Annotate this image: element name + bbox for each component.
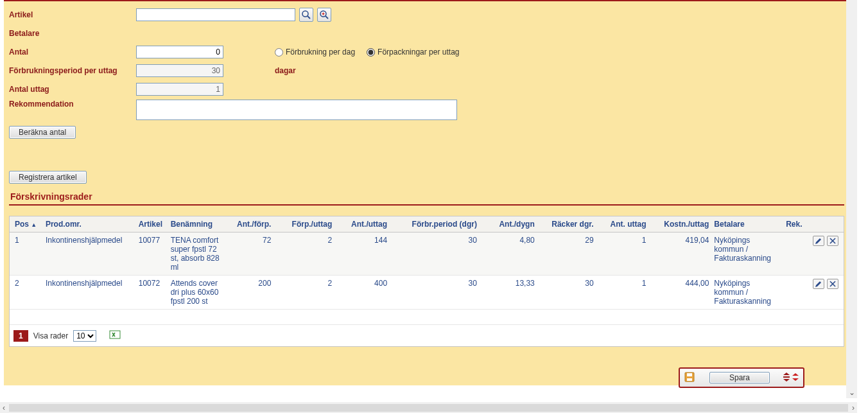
col-header-antuttag[interactable]: Ant./uttag — [334, 220, 390, 229]
col-header-rackerdgr[interactable]: Räcker dgr. — [537, 220, 596, 229]
table-row[interactable]: 2 Inkontinenshjälpmedel 10072 Attends co… — [10, 276, 844, 310]
scroll-h-track[interactable] — [9, 404, 848, 412]
expand-icon[interactable] — [792, 373, 799, 383]
radio-forbrukning-label: Förbrukning per dag — [286, 48, 355, 57]
col-header-pos[interactable]: Pos ▲ — [12, 220, 43, 229]
save-icon — [684, 371, 695, 385]
col-header-antforp[interactable]: Ant./förp. — [225, 220, 273, 229]
rekommendation-label: Rekommendation — [9, 100, 136, 109]
cell-antforp: 72 — [225, 236, 273, 272]
cell-antuttag2: 1 — [596, 236, 649, 272]
cell-kostnuttag: 419,04 — [648, 236, 711, 272]
collapse-icon[interactable] — [783, 373, 790, 383]
forbrukningsperiod-input — [136, 64, 223, 77]
cell-pos: 2 — [12, 279, 43, 306]
artikel-label: Artikel — [9, 10, 136, 19]
col-header-antuttag2[interactable]: Ant. uttag — [596, 220, 649, 229]
svg-line-1 — [308, 16, 310, 19]
cell-prodomr: Inkontinenshjälpmedel — [43, 236, 136, 272]
svg-rect-13 — [687, 378, 692, 381]
cell-kostnuttag: 444,00 — [648, 279, 711, 306]
visa-rader-select[interactable]: 10 — [73, 330, 96, 342]
betalare-label: Betalare — [9, 29, 136, 38]
horizontal-scrollbar[interactable]: ‹ › — [0, 402, 857, 413]
delete-row-icon[interactable] — [827, 236, 838, 246]
artikel-input[interactable] — [136, 8, 295, 21]
cell-betalare: Nyköpings kommun / Fakturaskanning — [711, 279, 783, 306]
edit-row-icon[interactable] — [813, 236, 824, 246]
cell-artikel: 10077 — [136, 236, 168, 272]
cell-antuttag2: 1 — [596, 279, 649, 306]
scroll-down-icon[interactable]: ⌄ — [849, 387, 855, 398]
cell-forputtag: 2 — [273, 279, 334, 306]
radio-forbrukning-per-dag[interactable]: Förbrukning per dag — [275, 48, 355, 57]
col-header-forputtag[interactable]: Förp./uttag — [273, 220, 334, 229]
cell-forputtag: 2 — [273, 236, 334, 272]
cell-prodomr: Inkontinenshjälpmedel — [43, 279, 136, 306]
forskrivningsrader-grid: Pos ▲ Prod.omr. Artikel Benämning Ant./f… — [9, 216, 844, 347]
svg-point-0 — [302, 11, 308, 17]
search-icon[interactable] — [299, 8, 313, 22]
scroll-left-icon[interactable]: ‹ — [0, 403, 8, 412]
dagar-label: dagar — [275, 66, 296, 75]
col-header-rek[interactable]: Rek. — [783, 220, 810, 229]
table-row[interactable]: 1 Inkontinenshjälpmedel 10077 TENA comfo… — [10, 233, 844, 276]
section-title-forskrivningsrader: Förskrivningsrader — [9, 188, 844, 206]
spara-button[interactable]: Spara — [709, 372, 770, 383]
pager: 1 Visa rader 10 — [10, 325, 844, 346]
svg-rect-10 — [110, 331, 120, 338]
cell-pos: 1 — [12, 236, 43, 272]
forbrukningsperiod-label: Förbrukningsperiod per uttag — [9, 66, 136, 75]
excel-export-icon[interactable] — [109, 329, 121, 342]
svg-line-3 — [326, 16, 328, 19]
search-plus-icon[interactable] — [317, 8, 331, 22]
antal-label: Antal — [9, 48, 136, 57]
col-header-antdygn[interactable]: Ant./dygn — [480, 220, 537, 229]
berakna-antal-button[interactable]: Beräkna antal — [9, 126, 76, 139]
scroll-right-icon[interactable]: › — [849, 403, 857, 412]
cell-betalare: Nyköpings kommun / Fakturaskanning — [711, 236, 783, 272]
cell-artikel: 10072 — [136, 279, 168, 306]
page-number[interactable]: 1 — [13, 330, 28, 342]
cell-benamning: Attends cover dri plus 60x60 fpstl 200 s… — [168, 279, 226, 306]
visa-rader-label: Visa rader — [33, 331, 68, 340]
col-header-benamning[interactable]: Benämning — [168, 220, 226, 229]
cell-antuttag: 144 — [334, 236, 390, 272]
cell-forbrperiod: 30 — [390, 279, 480, 306]
col-header-betalare[interactable]: Betalare — [711, 220, 783, 229]
col-header-artikel[interactable]: Artikel — [136, 220, 168, 229]
svg-rect-14 — [783, 376, 790, 378]
col-header-kostnuttag[interactable]: Kostn./uttag — [648, 220, 711, 229]
radio-forpackningar-label: Förpackningar per uttag — [378, 48, 459, 57]
col-header-forbrperiod[interactable]: Förbr.period (dgr) — [390, 220, 480, 229]
rekommendation-textarea[interactable] — [136, 100, 457, 120]
save-bar: Spara — [679, 367, 804, 388]
col-header-prodomr[interactable]: Prod.omr. — [43, 220, 136, 229]
svg-rect-12 — [687, 373, 692, 376]
cell-rackerdgr: 30 — [537, 279, 596, 306]
delete-row-icon[interactable] — [827, 279, 838, 289]
edit-row-icon[interactable] — [813, 279, 824, 289]
cell-rek — [783, 236, 810, 272]
cell-antuttag: 400 — [334, 279, 390, 306]
cell-forbrperiod: 30 — [390, 236, 480, 272]
cell-benamning: TENA comfort super fpstl 72 st, absorb 8… — [168, 236, 226, 272]
cell-antforp: 200 — [225, 279, 273, 306]
sort-asc-icon: ▲ — [31, 222, 37, 228]
antal-input[interactable] — [136, 46, 223, 58]
cell-rackerdgr: 29 — [537, 236, 596, 272]
radio-forpackningar-per-uttag[interactable]: Förpackningar per uttag — [367, 48, 459, 57]
antal-uttag-label: Antal uttag — [9, 85, 136, 94]
cell-antdygn: 13,33 — [480, 279, 537, 306]
registrera-artikel-button[interactable]: Registrera artikel — [9, 171, 87, 184]
antal-uttag-input — [136, 83, 223, 96]
vertical-scrollbar[interactable]: ⌄ — [846, 0, 857, 398]
grid-empty-row — [10, 310, 844, 325]
cell-antdygn: 4,80 — [480, 236, 537, 272]
grid-header: Pos ▲ Prod.omr. Artikel Benämning Ant./f… — [10, 216, 844, 233]
cell-rek — [783, 279, 810, 306]
